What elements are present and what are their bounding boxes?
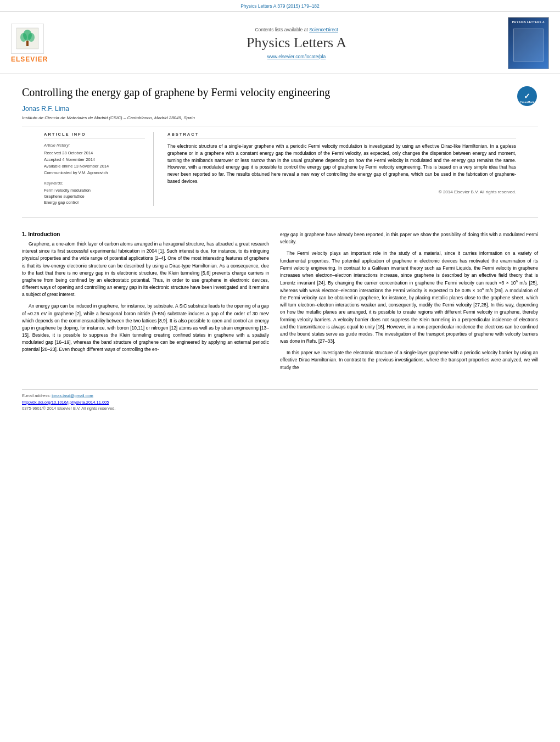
- communicated-by: Communicated by V.M. Agranovich: [44, 170, 145, 175]
- journal-url[interactable]: www.elsevier.com/locate/pla: [267, 54, 326, 59]
- header: ELSEVIER Contents lists available at Sci…: [0, 12, 560, 74]
- article-title-section: Controlling the energy gap of graphene b…: [0, 74, 560, 126]
- keyword-3: Energy gap control: [44, 200, 145, 205]
- article-info-column: ARTICLE INFO Article history: Received 2…: [44, 132, 154, 206]
- abstract-text: The electronic structure of a single-lay…: [167, 143, 516, 185]
- svg-point-3: [28, 33, 35, 42]
- section-divider: [22, 217, 538, 217]
- article-info-heading: ARTICLE INFO: [44, 132, 145, 138]
- intro-para-1: Graphene, a one-atom thick layer of carb…: [22, 241, 269, 298]
- svg-text:CrossMark: CrossMark: [520, 101, 534, 104]
- email-label: E-mail address:: [22, 393, 51, 398]
- journal-info-center: Contents lists available at ScienceDirec…: [99, 27, 494, 59]
- available-date: Available online 13 November 2014: [44, 164, 145, 169]
- issn-footer: 0375-9601/© 2014 Elsevier B.V. All right…: [22, 406, 538, 411]
- doi-footer: http://dx.doi.org/10.1016/j.physleta.201…: [22, 400, 538, 405]
- crossmark-badge: ✓ CrossMark: [516, 85, 538, 107]
- keyword-2: Graphene superlattice: [44, 194, 145, 199]
- author-affiliation: Instituto de Ciencia de Materiales de Ma…: [22, 115, 505, 120]
- intro-para-2: An energy gap can be induced in graphene…: [22, 303, 269, 353]
- top-banner: Physics Letters A 379 (2015) 179–182: [0, 0, 560, 12]
- contents-line: Contents lists available at ScienceDirec…: [104, 27, 489, 32]
- copyright-notice: © 2014 Elsevier B.V. All rights reserved…: [167, 189, 516, 194]
- intro-para-4: The Fermi velocity plays an important ro…: [280, 250, 538, 345]
- main-body: 1. Introduction Graphene, a one-atom thi…: [0, 223, 560, 384]
- email-address[interactable]: jonas.iasd@gmail.com: [52, 393, 93, 398]
- elsevier-tree-icon: [11, 24, 44, 54]
- elsevier-logo: ELSEVIER: [11, 24, 99, 63]
- keywords-label: Keywords:: [44, 181, 145, 186]
- elsevier-wordmark: ELSEVIER: [11, 55, 48, 63]
- journal-cover-body: [513, 24, 544, 66]
- article-title: Controlling the energy gap of graphene b…: [22, 85, 505, 99]
- keyword-1: Fermi velocity modulation: [44, 188, 145, 193]
- received-date: Received 28 October 2014: [44, 150, 145, 155]
- journal-title: Physics Letters A: [104, 35, 489, 51]
- article-title-area: Controlling the energy gap of graphene b…: [22, 85, 505, 120]
- doi-link[interactable]: http://dx.doi.org/10.1016/j.physleta.201…: [22, 400, 109, 405]
- svg-text:✓: ✓: [524, 92, 530, 101]
- section-1-title: 1. Introduction: [22, 231, 269, 237]
- page: Physics Letters A 379 (2015) 179–182 ELS…: [0, 0, 560, 742]
- history-label: Article history:: [44, 143, 145, 148]
- intro-para-5: In this paper we investigate the electro…: [280, 349, 538, 371]
- journal-cover: PHYSICS LETTERS A: [508, 17, 549, 69]
- abstract-heading: ABSTRACT: [167, 132, 516, 138]
- section-1-number: 1.: [22, 231, 26, 237]
- journal-cover-area: PHYSICS LETTERS A: [494, 17, 549, 69]
- email-footer: E-mail address: jonas.iasd@gmail.com: [22, 393, 538, 398]
- intro-para-3: ergy gap in graphene have already been r…: [280, 231, 538, 246]
- journal-reference: Physics Letters A 379 (2015) 179–182: [240, 3, 320, 9]
- svg-point-2: [20, 33, 27, 42]
- sciencedirect-link[interactable]: ScienceDirect: [309, 27, 338, 32]
- article-info-section: ARTICLE INFO Article history: Received 2…: [22, 126, 538, 211]
- crossmark-icon: ✓ CrossMark: [517, 86, 537, 106]
- section-1-name: Introduction: [28, 231, 60, 237]
- body-left-column: 1. Introduction Graphene, a one-atom thi…: [22, 231, 269, 376]
- publisher-logo-area: ELSEVIER: [11, 24, 99, 63]
- accepted-date: Accepted 4 November 2014: [44, 157, 145, 162]
- abstract-column: ABSTRACT The electronic structure of a s…: [165, 132, 516, 206]
- body-right-column: ergy gap in graphene have already been r…: [280, 231, 538, 376]
- svg-rect-4: [26, 41, 29, 46]
- body-two-col: 1. Introduction Graphene, a one-atom thi…: [22, 231, 538, 376]
- journal-cover-image: [513, 29, 544, 62]
- author-name: Jonas R.F. Lima: [22, 105, 505, 113]
- article-footer: E-mail address: jonas.iasd@gmail.com htt…: [22, 389, 538, 411]
